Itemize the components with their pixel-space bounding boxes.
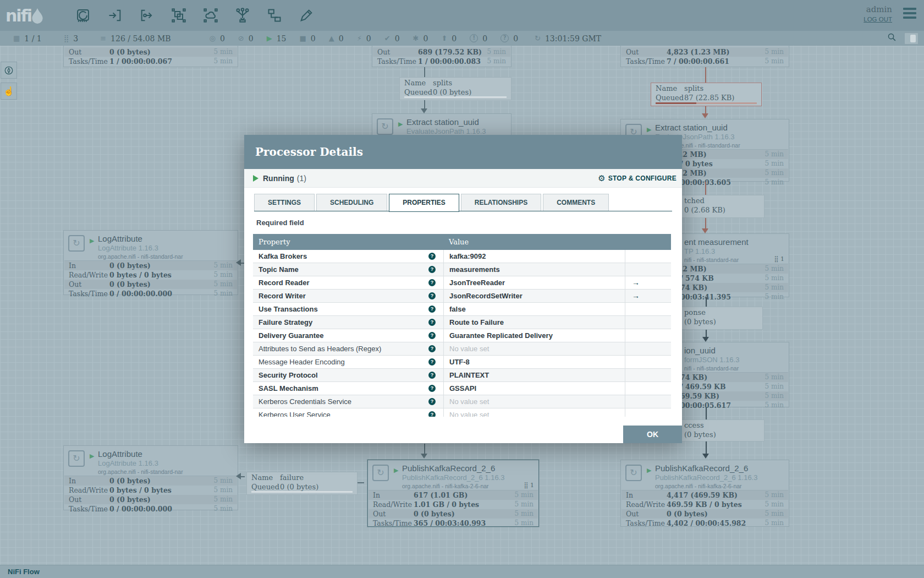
property-row[interactable]: Record Reader?JsonTreeReader→ — [253, 276, 671, 290]
help-icon[interactable]: ? — [428, 385, 436, 392]
processor-icon: ↻ — [377, 118, 393, 135]
running-icon: ▶ — [647, 467, 651, 474]
go-to-service-icon[interactable]: → — [625, 290, 671, 302]
row-end-cell — [625, 250, 671, 263]
property-value[interactable]: Route to Failure — [443, 316, 625, 329]
connection-line[interactable] — [706, 441, 707, 454]
connection-line[interactable] — [424, 444, 425, 454]
property-row[interactable]: SASL Mechanism?GSSAPI — [253, 382, 671, 395]
property-row[interactable]: Delivery Guarantee?Guarantee Replicated … — [253, 329, 671, 342]
help-icon[interactable]: ? — [428, 332, 436, 339]
search-icon[interactable] — [887, 32, 897, 44]
property-value[interactable]: measurements — [443, 263, 625, 276]
property-value[interactable]: GSSAPI — [443, 382, 625, 395]
status-disabled: ⚡0 — [357, 34, 371, 43]
processor-toolbar-icon[interactable] — [75, 7, 91, 24]
processor-logattribute-mid[interactable]: ↻ ▶ LogAttribute LogAttribute 1.16.3 org… — [63, 230, 238, 295]
remote-process-group-toolbar-icon[interactable] — [202, 7, 219, 24]
processor-logattribute-bottom[interactable]: ↻ ▶ LogAttribute LogAttribute 1.16.3 org… — [63, 445, 238, 510]
cluster-icon: ▦ — [13, 34, 20, 42]
process-group-toolbar-icon[interactable] — [170, 7, 187, 24]
connection-line[interactable] — [705, 218, 706, 228]
property-row[interactable]: Attributes to Send as Headers (Regex)?No… — [253, 342, 671, 356]
property-value[interactable]: UTF-8 — [443, 356, 625, 368]
arrowhead-left-icon — [236, 473, 241, 479]
tab-settings[interactable]: SETTINGS — [254, 194, 315, 211]
processor-details-dialog: Processor Details Running (1) ⚙ STOP & C… — [244, 135, 682, 443]
ok-button[interactable]: OK — [623, 426, 682, 443]
connection-line[interactable] — [706, 407, 707, 419]
operate-palette-button[interactable]: ☝ — [1, 83, 17, 100]
connection-line[interactable] — [424, 100, 425, 108]
help-icon[interactable]: ? — [428, 411, 436, 417]
logout-link[interactable]: LOG OUT — [864, 16, 892, 23]
connection-line[interactable] — [706, 297, 707, 307]
running-icon: ▶ — [90, 237, 94, 244]
help-icon[interactable]: ? — [428, 319, 436, 326]
help-icon[interactable]: ? — [428, 306, 436, 313]
stat-row: Out0 (0 bytes)5 min — [64, 47, 237, 57]
property-row[interactable]: Message Header Encoding?UTF-8 — [253, 356, 671, 369]
property-row[interactable]: Kafka Brokers?kafka:9092 — [253, 250, 671, 263]
panel-toggle-button[interactable] — [904, 32, 919, 45]
row-end-cell — [625, 382, 671, 395]
funnel-toolbar-icon[interactable] — [234, 7, 251, 24]
help-icon[interactable]: ? — [428, 266, 436, 273]
property-value[interactable]: No value set — [443, 408, 625, 417]
connection-line[interactable] — [241, 476, 245, 477]
tab-relationships[interactable]: RELATIONSHIPS — [461, 194, 541, 211]
stat-row: Tasks/Time0 / 00:00:00.0005 min — [64, 504, 237, 514]
help-icon[interactable]: ? — [428, 253, 436, 260]
help-icon[interactable]: ? — [428, 372, 436, 379]
property-name: Record Reader? — [253, 276, 443, 289]
property-row[interactable]: Security Protocol?PLAINTEXT — [253, 369, 671, 382]
connection-label-failure[interactable]: Namefailure Queued0 (0 bytes) — [246, 472, 358, 495]
connection-line[interactable] — [705, 67, 706, 83]
go-to-service-icon[interactable]: → — [625, 276, 671, 289]
tab-scheduling[interactable]: SCHEDULING — [316, 194, 387, 211]
stop-configure-button[interactable]: ⚙ STOP & CONFIGURE — [598, 173, 676, 183]
connection-line[interactable] — [706, 330, 707, 337]
property-value[interactable]: No value set — [443, 342, 625, 355]
tab-comments[interactable]: COMMENTS — [543, 194, 609, 211]
connection-line[interactable] — [358, 482, 364, 483]
property-value[interactable]: No value set — [443, 395, 625, 408]
connection-line[interactable] — [424, 67, 425, 77]
template-toolbar-icon[interactable] — [266, 7, 283, 24]
property-value[interactable]: PLAINTEXT — [443, 369, 625, 381]
property-row[interactable]: Use Transactions?false — [253, 303, 671, 316]
input-port-toolbar-icon[interactable] — [107, 7, 123, 24]
property-value[interactable]: false — [443, 303, 625, 315]
help-icon[interactable]: ? — [428, 279, 436, 286]
navigate-palette-button[interactable] — [1, 62, 17, 79]
help-icon[interactable]: ? — [428, 345, 436, 352]
property-value[interactable]: JsonRecordSetWriter — [443, 290, 625, 302]
property-value[interactable]: JsonTreeReader — [443, 276, 625, 289]
last-refreshed[interactable]: ↻13:01:59 GMT — [535, 34, 601, 43]
cluster-badge: ⣿ 1 — [774, 255, 784, 263]
processor-publishkafka-mid[interactable]: ↻ ▶ PublishKafkaRecord_2_6 PublishKafkaR… — [367, 460, 539, 527]
property-value[interactable]: Guarantee Replicated Delivery — [443, 329, 625, 342]
processor-stats: In0 (0 bytes)5 minRead/Write0 bytes / 0 … — [64, 476, 237, 514]
property-row[interactable]: Kerberos User Service?No value set — [253, 408, 671, 417]
connection-line[interactable] — [705, 182, 706, 195]
help-icon[interactable]: ? — [428, 358, 436, 366]
menu-icon[interactable] — [903, 8, 916, 21]
help-icon[interactable]: ? — [428, 292, 436, 299]
output-port-toolbar-icon[interactable] — [139, 7, 155, 24]
property-value[interactable]: kafka:9092 — [443, 250, 625, 263]
property-row[interactable]: Failure Strategy?Route to Failure — [253, 316, 671, 329]
property-row[interactable]: Topic Name?measurements — [253, 263, 671, 276]
property-row[interactable]: Record Writer?JsonRecordSetWriter→ — [253, 290, 671, 303]
processor-publishkafka-right[interactable]: ↻ ▶ PublishKafkaRecord_2_6 PublishKafkaR… — [620, 460, 789, 527]
run-status: Running — [263, 174, 294, 183]
connection-line[interactable] — [705, 106, 706, 113]
tab-properties[interactable]: PROPERTIES — [389, 194, 459, 212]
help-icon[interactable]: ? — [428, 398, 436, 405]
queue-bar — [656, 102, 757, 104]
connection-label-splits[interactable]: Namesplits Queued0 (0 bytes) — [399, 77, 512, 100]
label-toolbar-icon[interactable] — [298, 7, 315, 24]
connection-label-splits-queued[interactable]: Namesplits Queued87 (22.85 KB) — [651, 83, 762, 106]
breadcrumb[interactable]: NiFi Flow — [8, 568, 40, 576]
property-row[interactable]: Kerberos Credentials Service?No value se… — [253, 395, 671, 408]
